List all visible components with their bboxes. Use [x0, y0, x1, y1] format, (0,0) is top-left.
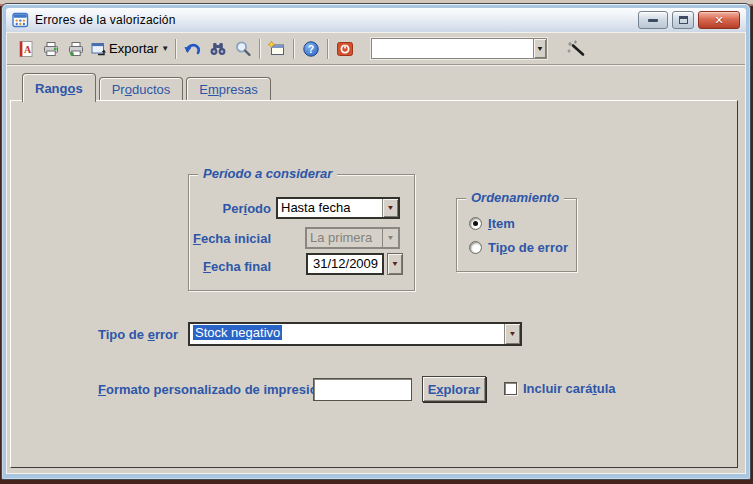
titlebar[interactable]: Errores de la valorización ✕: [6, 8, 746, 32]
toolbar-separator: [293, 39, 294, 59]
start-date-combobox: La primera ▼: [305, 227, 400, 249]
print-button[interactable]: [38, 37, 63, 61]
find-button[interactable]: [205, 37, 230, 61]
tab-label: Pr: [112, 82, 125, 97]
help-icon: ?: [302, 40, 320, 58]
printer-icon: [42, 40, 60, 58]
radio-tipo-de-error[interactable]: [469, 241, 482, 254]
toolbar-separator: [259, 39, 260, 59]
chevron-down-icon: ▼: [536, 45, 544, 52]
order-groupbox: Ordenamiento: [456, 198, 577, 272]
tab-label-mnemonic: m: [208, 82, 219, 97]
tab-label: presas: [219, 82, 258, 97]
end-date-label: Fecha final: [171, 259, 271, 274]
error-type-combobox-value: Stock negativo: [190, 324, 504, 344]
export-button[interactable]: Exportar ▼: [88, 37, 171, 61]
tab-label: ductos: [132, 82, 170, 97]
new-window-button[interactable]: [264, 37, 289, 61]
client-area: A: [6, 32, 746, 474]
pdf-icon: A: [17, 40, 35, 58]
start-date-combobox-value: La primera: [307, 229, 382, 247]
include-cover-checkbox[interactable]: [504, 382, 517, 395]
undo-button[interactable]: [180, 37, 205, 61]
radio-item[interactable]: [469, 217, 482, 230]
toolbar-combo[interactable]: ▼: [371, 38, 547, 59]
order-groupbox-title: Ordenamiento: [466, 190, 564, 205]
window-title: Errores de la valorización: [35, 13, 176, 27]
wand-icon: [566, 39, 586, 58]
tab-productos[interactable]: Productos: [99, 77, 184, 101]
selected-text: Stock negativo: [193, 325, 282, 340]
chevron-down-icon: ▼: [387, 235, 395, 242]
chevron-down-icon: ▼: [509, 331, 517, 338]
help-button[interactable]: ?: [298, 37, 323, 61]
exit-icon: [336, 40, 354, 58]
error-type-combobox[interactable]: Stock negativo ▼: [188, 322, 522, 346]
exit-button[interactable]: [332, 37, 357, 61]
close-icon: ✕: [714, 15, 723, 26]
tab-strip: Rangos Productos Empresas: [22, 72, 274, 101]
minimize-icon: [648, 19, 658, 22]
tab-label: Rang: [35, 81, 68, 96]
export-dropdown-arrow-icon: ▼: [161, 44, 169, 53]
end-date-dropdown-button[interactable]: ▼: [387, 253, 403, 275]
radio-item-label: Item: [488, 216, 515, 231]
start-date-label: Fecha inicial: [171, 231, 271, 246]
toolbar-combo-dropdown-button[interactable]: ▼: [533, 39, 546, 58]
error-type-label: Tipo de error: [71, 327, 178, 342]
end-date-field[interactable]: 31/12/2009: [306, 253, 384, 275]
start-date-combobox-dropdown-button: ▼: [382, 229, 398, 247]
format-input[interactable]: [313, 378, 412, 401]
dialog-window: Errores de la valorización ✕ A: [1, 3, 751, 480]
include-cover-label: Incluir carátula: [523, 381, 616, 396]
svg-text:A: A: [23, 43, 31, 54]
period-combobox-dropdown-button[interactable]: ▼: [382, 199, 398, 217]
zoom-button[interactable]: [230, 37, 255, 61]
chevron-down-icon: ▼: [391, 261, 399, 268]
binoculars-icon: [208, 40, 228, 58]
toolbar: A: [7, 33, 745, 65]
period-groupbox-title: Período a considerar: [198, 166, 337, 181]
print-setup-button[interactable]: [63, 37, 88, 61]
chevron-down-icon: ▼: [387, 205, 395, 212]
tab-page-rangos: Período a considerar Período Hasta fecha…: [10, 100, 738, 468]
period-combobox-value: Hasta fecha: [278, 199, 382, 217]
period-label: Período: [181, 201, 271, 216]
toolbar-separator: [175, 39, 176, 59]
undo-icon: [183, 40, 202, 58]
error-type-combobox-dropdown-button[interactable]: ▼: [504, 324, 520, 344]
close-button[interactable]: ✕: [698, 11, 740, 29]
maximize-button[interactable]: [672, 11, 694, 29]
toolbar-separator: [327, 39, 328, 59]
tab-label: E: [199, 82, 208, 97]
export-button-label: Exportar: [109, 41, 158, 56]
wand-button[interactable]: [563, 37, 588, 61]
period-combobox[interactable]: Hasta fecha ▼: [276, 197, 400, 219]
maximize-icon: [679, 16, 688, 24]
svg-text:?: ?: [307, 43, 313, 55]
window-table-grid-icon: [12, 12, 29, 28]
tab-label-mnemonic: o: [68, 81, 76, 96]
toolbar-combo-input[interactable]: [372, 39, 533, 58]
tab-empresas[interactable]: Empresas: [186, 77, 271, 101]
format-label: Formato personalizado de impresión: [98, 382, 326, 397]
export-pdf-button[interactable]: A: [13, 37, 38, 61]
screen: Errores de la valorización ✕ A: [0, 0, 753, 484]
tab-label: s: [75, 81, 82, 96]
export-icon: [90, 40, 108, 58]
minimize-button[interactable]: [638, 11, 668, 29]
printer-setup-icon: [67, 40, 85, 58]
explore-button[interactable]: Explorar: [422, 376, 486, 402]
radio-tipo-de-error-label: Tipo de error: [488, 240, 568, 255]
window-controls: ✕: [638, 11, 740, 29]
new-window-icon: [267, 40, 286, 58]
tab-rangos[interactable]: Rangos: [22, 73, 96, 102]
magnifier-icon: [234, 40, 252, 58]
tab-label-mnemonic: o: [125, 82, 132, 97]
